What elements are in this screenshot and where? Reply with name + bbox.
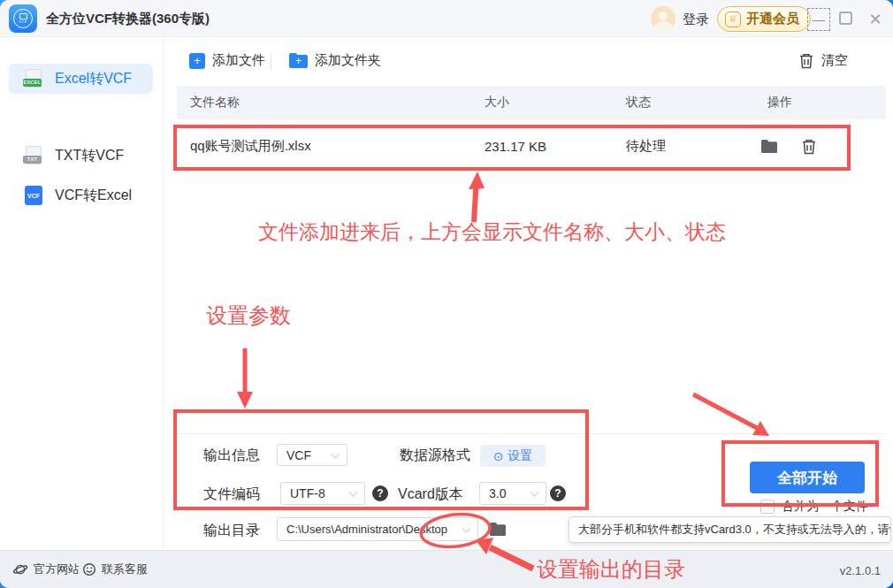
trash-icon [798, 52, 814, 69]
output-dir-select[interactable]: C:\Users\Administrator\Desktop [277, 517, 478, 541]
col-status: 状态 [626, 86, 651, 119]
chevron-down-icon [332, 449, 340, 458]
vcard-tooltip: 大部分手机和软件都支持vCard3.0，不支持或无法导入的，请切换 [569, 516, 891, 543]
login-button[interactable]: 登录 [683, 11, 709, 28]
sidebar-item-label: TXT转VCF [55, 147, 124, 165]
encoding-select[interactable]: UTF-8 [280, 482, 365, 505]
start-all-button[interactable]: 全部开始 [750, 462, 865, 493]
browse-folder-icon[interactable] [489, 522, 507, 537]
maximize-button[interactable] [839, 11, 852, 25]
vcf-file-icon: VCF [23, 185, 44, 206]
excel-file-icon: EXCEL [23, 68, 44, 89]
sidebar-item-label: VCF转Excel [55, 187, 132, 205]
encoding-help-icon[interactable]: ? [372, 485, 388, 501]
add-folder-label: 添加文件夹 [315, 52, 381, 69]
planet-icon [12, 562, 28, 577]
encoding-label: 文件编码 [203, 485, 260, 504]
clear-button[interactable]: 清空 [798, 52, 848, 69]
txt-file-icon: TXT [23, 145, 44, 166]
open-folder-icon[interactable] [760, 139, 778, 154]
add-file-label: 添加文件 [212, 52, 265, 69]
sidebar-item-vcf-to-excel[interactable]: VCF VCF转Excel [9, 180, 153, 210]
version-label: v2.1.0.1 [840, 564, 881, 577]
official-site-link[interactable]: 官方网站 [12, 551, 80, 588]
app-logo-icon: VCF [9, 4, 37, 33]
table-row[interactable]: qq账号测试用例.xlsx 231.17 KB 待处理 [177, 119, 886, 172]
sidebar-item-label: Excel转VCF [55, 70, 132, 88]
chevron-down-icon [530, 488, 539, 497]
file-status: 待处理 [626, 119, 666, 172]
app-window: VCF 全方位VCF转换器(360专版) 登录 ♕ 开通会员 — ✕ EXCEL… [0, 0, 893, 588]
section-divider [177, 433, 884, 434]
vcard-help-icon[interactable]: ? [550, 485, 566, 501]
minimize-button[interactable]: — [807, 8, 830, 31]
add-folder-icon: + [289, 53, 308, 68]
vcard-version-select[interactable]: 3.0 [479, 482, 546, 505]
col-action: 操作 [767, 86, 792, 119]
chevron-down-icon [462, 523, 471, 532]
table-header: 文件名称 大小 状态 操作 [177, 86, 886, 119]
support-face-icon [82, 562, 96, 577]
avatar[interactable] [651, 6, 675, 31]
sidebar-item-excel-to-vcf[interactable]: EXCEL Excel转VCF [9, 64, 153, 94]
output-info-select[interactable]: VCF [277, 444, 347, 466]
add-file-button[interactable]: + 添加文件 [189, 52, 265, 69]
contact-support-link[interactable]: 联系客服 [82, 551, 148, 588]
chevron-down-icon [349, 488, 358, 497]
col-size: 大小 [485, 86, 509, 119]
sidebar-item-txt-to-vcf[interactable]: TXT TXT转VCF [9, 141, 153, 171]
output-info-label: 输出信息 [203, 447, 260, 465]
annotation-settings-note: 设置参数 [206, 302, 291, 330]
vcard-version-label: Vcard版本 [398, 485, 463, 504]
crown-icon: ♕ [725, 11, 741, 27]
gear-icon: ⊙ [493, 449, 504, 463]
datasource-settings-button[interactable]: ⊙ 设置 [480, 445, 546, 467]
window-title: 全方位VCF转换器(360专版) [46, 11, 210, 27]
close-button[interactable]: ✕ [864, 8, 887, 31]
merge-label: 合并为一个文件 [782, 499, 868, 515]
vip-label: 开通会员 [746, 11, 799, 27]
add-folder-button[interactable]: + 添加文件夹 [289, 52, 381, 69]
merge-checkbox[interactable] [760, 500, 775, 514]
output-dir-label: 输出目录 [203, 522, 260, 540]
sidebar: EXCEL Excel转VCF TXT TXT转VCF VCF VCF转Exce… [0, 38, 164, 550]
footer: 官方网站 联系客服 v2.1.0.1 [0, 550, 893, 588]
toolbar-separator [271, 53, 271, 71]
vip-upgrade-button[interactable]: ♕ 开通会员 [717, 6, 811, 32]
col-filename: 文件名称 [190, 86, 240, 119]
file-size: 231.17 KB [485, 119, 546, 172]
merge-option[interactable]: 合并为一个文件 [760, 499, 868, 515]
datasource-label: 数据源格式 [400, 447, 470, 465]
file-name: qq账号测试用例.xlsx [190, 119, 311, 172]
delete-file-icon[interactable] [801, 138, 817, 155]
clear-label: 清空 [821, 52, 848, 69]
annotation-file-row-note: 文件添加进来后，上方会显示文件名称、大小、状态 [258, 218, 726, 246]
add-file-icon: + [189, 53, 205, 69]
titlebar: VCF 全方位VCF转换器(360专版) 登录 ♕ 开通会员 — ✕ [0, 0, 893, 37]
